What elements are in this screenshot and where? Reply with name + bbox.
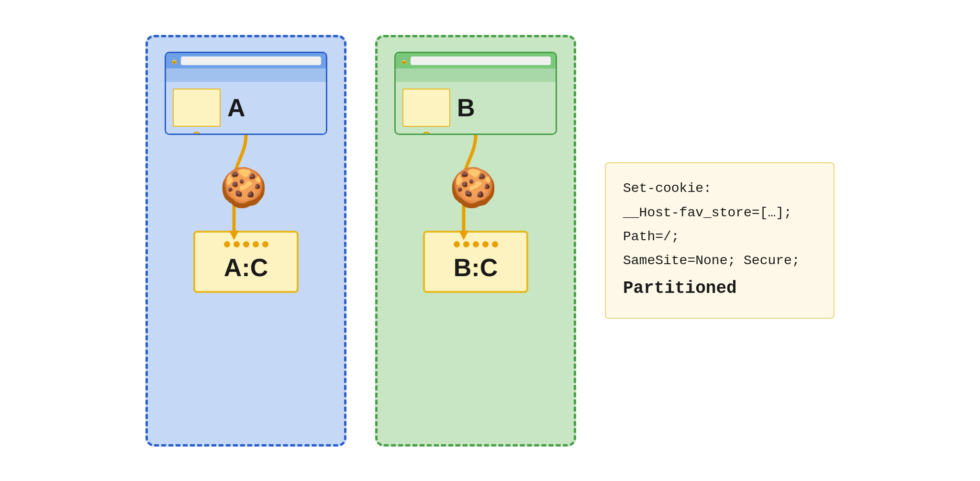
tab-bar-b [396,68,556,82]
code-line-4: SameSite=None; Secure; [623,249,816,273]
tab-bar-a [166,68,326,82]
browser-toolbar-a: 🔒 [166,53,326,68]
browser-content-b: B [396,82,556,134]
iframe-b [402,89,450,127]
site-label-a: A [227,93,245,122]
url-bar-a [181,56,321,65]
code-line-partitioned: Partitioned [623,273,816,304]
iframe-a [173,89,221,127]
cookie-b: 🍪 [449,168,497,207]
browser-toolbar-b: 🔒 [396,53,556,68]
code-line-1: Set-cookie: [623,177,816,201]
main-scene: 🔒 A 🍪 [126,16,854,466]
lock-icon-a: 🔒 [171,57,178,64]
arrow-cookie-a: 🍪 [162,135,330,207]
partition-b: 🔒 B 🍪 [375,35,576,447]
browser-window-a: 🔒 A [165,52,327,135]
partition-a: 🔒 A 🍪 [145,35,346,447]
arrow-cookie-b: 🍪 [392,135,559,207]
iframe-connector-b [422,132,431,135]
browser-content-a: A [166,82,326,134]
iframe-connector-a [192,132,201,135]
url-bar-b [411,56,551,65]
lock-icon-b: 🔒 [401,57,408,64]
code-line-3: Path=/; [623,225,816,249]
browser-window-b: 🔒 B [394,52,557,135]
cookie-a: 🍪 [220,168,267,207]
site-label-b: B [457,93,475,122]
code-box: Set-cookie: __Host-fav_store=[…]; Path=/… [605,162,835,318]
code-line-2: __Host-fav_store=[…]; [623,201,816,225]
